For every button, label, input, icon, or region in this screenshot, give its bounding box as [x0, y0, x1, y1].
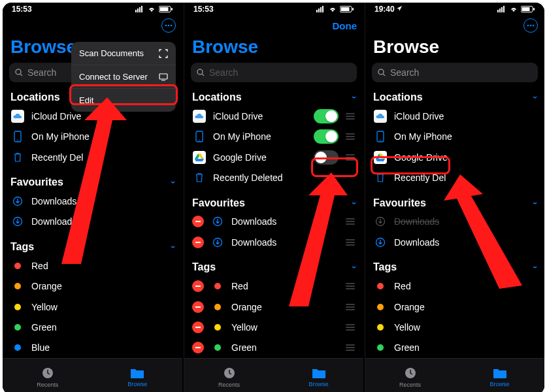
tag-green: Green [184, 338, 363, 358]
chevron-down-icon: › [169, 181, 178, 184]
tab-recents[interactable]: Recents [365, 359, 455, 392]
drag-handle[interactable] [345, 304, 356, 310]
iphone-icon [373, 129, 388, 144]
remove-button[interactable] [192, 301, 204, 313]
tag-dot-icon [14, 263, 21, 269]
search-input[interactable]: Search [191, 63, 357, 82]
search-input[interactable]: Search [372, 63, 538, 82]
svg-rect-17 [159, 74, 167, 79]
more-button[interactable] [523, 18, 538, 33]
section-tags[interactable]: Tags › [3, 237, 182, 255]
svg-rect-22 [320, 7, 322, 12]
tag-red[interactable]: Red [3, 255, 182, 276]
tag-dot-icon [377, 283, 384, 289]
drag-handle[interactable] [345, 133, 356, 140]
tab-bar: Recents Browse [184, 358, 363, 392]
drag-handle[interactable] [345, 154, 356, 161]
section-tags[interactable]: Tags › [184, 257, 363, 276]
tag-yellow[interactable]: Yellow [3, 297, 182, 317]
fav-downloads-1[interactable]: Downloads [3, 191, 182, 211]
fav-downloads-2[interactable]: Downloads [365, 232, 544, 252]
drag-handle[interactable] [345, 283, 356, 289]
row-label: iCloud Drive [394, 111, 537, 122]
row-label: Blue [31, 342, 174, 353]
toggle-gdrive[interactable] [314, 150, 339, 165]
section-favourites[interactable]: Favourites › [3, 172, 182, 191]
toggle-onmy[interactable] [314, 129, 339, 144]
download-icon [10, 194, 25, 208]
svg-point-9 [171, 25, 173, 27]
section-favourites[interactable]: Favourites › [365, 193, 544, 212]
svg-point-52 [530, 25, 532, 27]
row-label: iCloud Drive [213, 111, 307, 122]
svg-rect-38 [195, 286, 201, 287]
section-locations[interactable]: Locations › [365, 88, 544, 106]
svg-rect-50 [533, 8, 535, 10]
remove-button[interactable] [192, 280, 204, 292]
section-locations[interactable]: Locations › [184, 88, 363, 106]
menu-edit[interactable]: Edit [71, 89, 176, 112]
tab-browse[interactable]: Browse [274, 359, 363, 392]
tab-recents[interactable]: Recents [3, 359, 93, 392]
remove-button[interactable] [192, 321, 204, 333]
tab-browse[interactable]: Browse [93, 359, 183, 392]
download-icon [373, 235, 388, 250]
fav-downloads-2[interactable]: Downloads [3, 212, 182, 232]
tag-red[interactable]: Red [365, 276, 544, 296]
location-onmyiphone[interactable]: On My iPhone [3, 126, 182, 146]
menu-scan-documents[interactable]: Scan Documents [71, 42, 176, 65]
iphone-icon [10, 129, 25, 144]
row-label: Downloads [394, 216, 537, 227]
section-favourites[interactable]: Favourites › [184, 193, 363, 212]
menu-connect-server[interactable]: Connect to Server [71, 65, 176, 89]
drag-handle[interactable] [345, 344, 356, 351]
tag-yellow[interactable]: Yellow [365, 317, 544, 337]
drag-handle[interactable] [345, 239, 356, 246]
done-button[interactable]: Done [333, 20, 357, 31]
svg-rect-21 [318, 8, 320, 12]
location-icloud[interactable]: iCloud Drive [365, 106, 544, 126]
tag-dot-icon [14, 283, 21, 289]
tag-blue[interactable]: Blue [3, 338, 182, 358]
search-placeholder: Search [209, 67, 238, 78]
row-label: Downloads [31, 196, 174, 206]
icloud-icon [11, 110, 24, 123]
drag-handle[interactable] [345, 113, 356, 120]
svg-rect-2 [139, 7, 141, 12]
svg-rect-34 [195, 221, 201, 222]
tag-orange[interactable]: Orange [3, 276, 182, 296]
remove-button[interactable] [192, 216, 204, 227]
tab-recents[interactable]: Recents [184, 359, 274, 392]
svg-point-30 [199, 140, 200, 141]
fav-downloads-2: Downloads [184, 232, 363, 252]
tag-green[interactable]: Green [3, 317, 182, 337]
fav-downloads-1[interactable]: Downloads [365, 212, 544, 232]
toggle-icloud[interactable] [314, 109, 339, 123]
drag-handle[interactable] [345, 218, 356, 225]
section-label: Favourites [192, 197, 245, 209]
more-button[interactable] [161, 18, 176, 33]
location-onmyiphone[interactable]: On My iPhone [365, 126, 544, 146]
iphone-icon [192, 129, 207, 144]
tag-dot-icon [214, 283, 221, 289]
svg-rect-40 [195, 327, 201, 328]
tag-green[interactable]: Green [365, 338, 544, 358]
remove-button[interactable] [192, 342, 204, 353]
remove-button[interactable] [192, 237, 204, 248]
section-tags[interactable]: Tags › [365, 257, 544, 276]
download-icon [210, 235, 225, 250]
location-recentlydeleted[interactable]: Recently Del [365, 167, 544, 188]
location-icon [397, 6, 402, 11]
page-title: Browse [365, 35, 544, 61]
tab-browse[interactable]: Browse [455, 359, 544, 392]
status-icons [316, 6, 354, 12]
tag-dot-icon [14, 344, 21, 351]
row-label: Red [231, 281, 339, 291]
gdrive-icon [374, 151, 387, 164]
drag-handle[interactable] [345, 324, 356, 331]
section-label: Tags [373, 261, 397, 273]
location-googledrive[interactable]: Google Drive [365, 147, 544, 167]
tag-orange[interactable]: Orange [365, 297, 544, 317]
svg-rect-49 [522, 7, 530, 11]
location-recentlydeleted[interactable]: Recently Del [3, 147, 182, 167]
